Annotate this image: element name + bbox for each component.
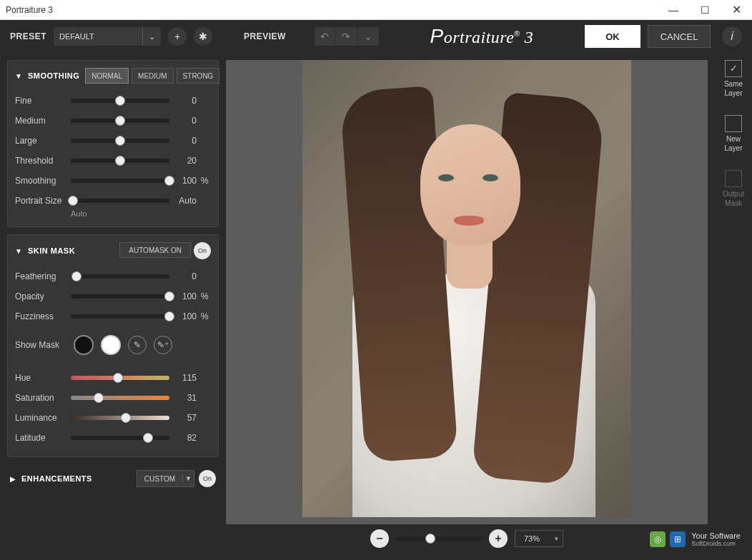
luminance-slider[interactable] [71,416,169,420]
redo-button[interactable]: ↷ [336,27,357,46]
slider-value: 100 [174,176,197,186]
cancel-button[interactable]: CANCEL [648,25,711,48]
fuzziness-slider[interactable] [71,314,169,319]
add-preset-button[interactable]: + [168,27,187,46]
enhancements-on-toggle[interactable]: On [199,470,216,487]
slider-thumb[interactable] [115,96,125,106]
slider-value: 0 [174,136,197,146]
slider-thumb[interactable] [68,196,78,206]
slider-value: 0 [174,96,197,106]
windows-icon: ⊞ [670,531,686,547]
android-icon: ◎ [650,531,666,547]
slider-value: 57 [174,413,197,423]
slider-thumb[interactable] [71,271,81,281]
smoothing-title: SMOOTHING [28,71,79,80]
smoothing-slider[interactable] [71,179,169,183]
slider-thumb[interactable] [94,393,104,403]
info-icon: i [731,30,733,43]
slider-value: 31 [174,393,197,403]
slider-label: Opacity [15,291,66,301]
zoom-in-button[interactable]: + [489,529,508,548]
slider-value: Auto [174,196,197,206]
eyedropper-tool[interactable]: ✎ [128,336,147,354]
smoothing-mode-medium[interactable]: MEDIUM [132,68,174,84]
slider-thumb[interactable] [115,156,125,166]
slider-value: 82 [174,433,197,443]
redo-icon: ↷ [342,31,350,42]
zoom-slider[interactable] [396,536,482,541]
slider-value: 100 [174,311,197,321]
history-dropdown-button[interactable]: ⌄ [357,27,379,46]
same-layer-button[interactable]: ✓ Same Layer [724,60,743,98]
minus-icon: − [376,532,382,545]
hue-slider[interactable] [71,376,169,380]
show-mask-label: Show Mask [15,340,66,350]
slider-label: Feathering [15,271,66,281]
ok-button[interactable]: OK [585,25,640,48]
plus-icon: + [174,31,180,42]
triangle-down-icon[interactable]: ▼ [15,72,22,80]
large-slider[interactable] [71,139,169,143]
eyedropper-plus-icon: ✎⁺ [157,340,169,350]
slider-thumb[interactable] [121,413,131,423]
slider-label: Portrait Size [15,196,66,206]
slider-thumb[interactable] [164,311,174,321]
checkbox-empty-icon [725,170,742,187]
chevron-down-icon: ⌄ [364,31,372,42]
automask-button[interactable]: AUTOMASK ON [119,242,191,258]
triangle-right-icon[interactable]: ▶ [10,475,16,483]
opacity-slider[interactable] [71,294,169,299]
smoothing-mode-strong[interactable]: STRONG [177,68,220,84]
latitude-slider[interactable] [71,436,169,440]
preview-label: PREVIEW [244,31,286,41]
app-brand: Portraiture® 3 [386,25,578,48]
output-mask-button[interactable]: Output Mask [723,170,744,208]
slider-value: 115 [174,373,197,383]
slider-thumb[interactable] [143,433,153,443]
minimize-button[interactable]: — [658,0,689,20]
info-button[interactable]: i [722,26,742,46]
slider-thumb[interactable] [115,116,125,126]
new-layer-label: New Layer [724,135,742,153]
preview-image [302,60,631,517]
watermark-line2: SoftDroids.com [691,540,741,547]
slider-value: 20 [174,156,197,166]
slider-thumb[interactable] [425,534,435,544]
left-panel: ▼ SMOOTHING NORMAL MEDIUM STRONG Fine0 M… [0,53,226,560]
close-button[interactable]: ✕ [721,0,752,20]
zoom-bar: − + 73% [226,524,708,553]
fine-slider[interactable] [71,99,169,103]
enhancements-mode-select[interactable]: CUSTOM ▼ [137,470,194,487]
new-layer-button[interactable]: New Layer [724,115,742,153]
slider-thumb[interactable] [113,373,123,383]
zoom-value-select[interactable]: 73% [515,530,563,547]
slider-value: 0 [174,271,197,281]
slider-label: Medium [15,116,66,126]
maximize-button[interactable]: ☐ [689,0,721,20]
saturation-slider[interactable] [71,396,169,400]
eyedropper-add-tool[interactable]: ✎⁺ [154,336,172,354]
mask-white-swatch[interactable] [101,335,121,355]
slider-thumb[interactable] [164,291,174,301]
medium-slider[interactable] [71,119,169,123]
preview-canvas[interactable] [226,60,708,524]
undo-button[interactable]: ↶ [315,27,336,46]
slider-value: 100 [174,291,197,301]
slider-thumb[interactable] [115,136,125,146]
smoothing-mode-normal[interactable]: NORMAL [85,68,129,84]
preset-settings-button[interactable]: ✱ [194,27,212,46]
enhancements-mode-value: CUSTOM [137,475,182,483]
threshold-slider[interactable] [71,159,169,163]
preset-select[interactable]: DEFAULT ⌄ [54,27,161,46]
skinmask-on-toggle[interactable]: On [194,242,211,259]
feathering-slider[interactable] [71,274,169,279]
slider-label: Threshold [15,156,66,166]
same-layer-label: Same Layer [724,80,743,98]
zoom-out-button[interactable]: − [370,529,389,548]
gear-icon: ✱ [199,31,207,42]
output-mask-label: Output Mask [723,190,744,208]
triangle-down-icon[interactable]: ▼ [15,247,22,255]
mask-black-swatch[interactable] [74,335,94,355]
portrait-size-slider[interactable] [71,199,169,203]
slider-thumb[interactable] [164,176,174,186]
